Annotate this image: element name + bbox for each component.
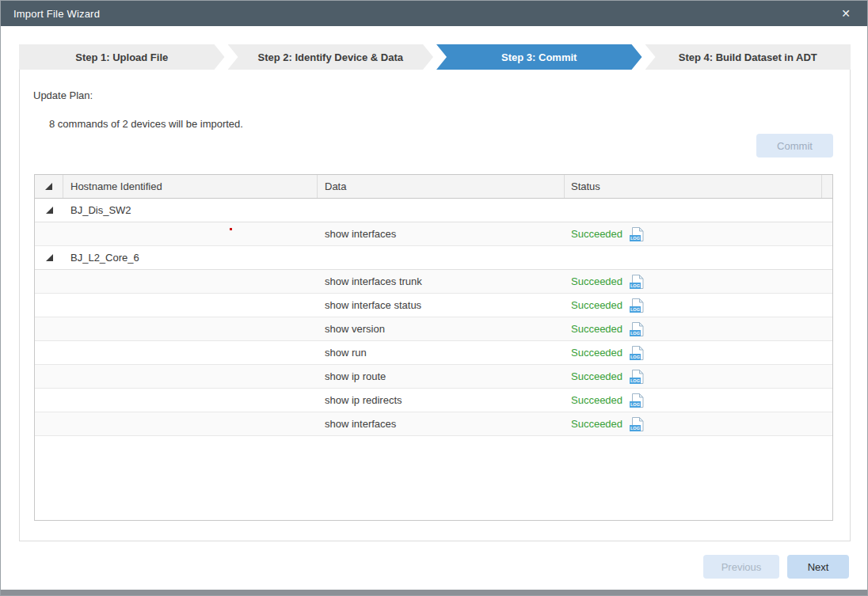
row-expander-cell[interactable] [35,199,63,222]
spacer-cell [822,317,833,340]
next-button[interactable]: Next [787,555,849,579]
status-text: Succeeded [571,418,622,430]
svg-text:LOG: LOG [630,378,640,383]
row-expander-cell [35,389,63,412]
log-icon-wrap[interactable]: LOG [630,226,645,242]
collapse-all-cell[interactable] [35,175,63,198]
table-row-command[interactable]: show interface statusSucceededLOG [35,294,832,317]
command-cell: show ip redirects [318,389,565,412]
table-row-command[interactable]: show runSucceededLOG [35,341,832,365]
header-status: Status [565,175,822,198]
table-row-command[interactable]: show interfacesSucceededLOG [35,222,832,246]
status-text: Succeeded [571,228,622,240]
commit-button[interactable]: Commit [756,134,833,158]
log-file-icon[interactable]: LOG [630,345,645,361]
table-row-command[interactable]: show ip routeSucceededLOG [35,365,832,389]
hostname-cell: BJ_L2_Core_6 [63,246,832,269]
spacer-cell [822,365,833,388]
row-expander-cell [35,317,63,340]
step-commit[interactable]: Step 3: Commit [436,44,642,70]
log-file-icon[interactable]: LOG [630,321,645,337]
log-file-icon[interactable]: LOG [630,274,645,290]
hostname-cell [63,341,318,364]
svg-text:LOG: LOG [630,283,640,288]
table-body: BJ_Dis_SW2show interfacesSucceededLOGBJ_… [35,199,832,436]
hostname-cell [63,365,318,388]
step-identify-device[interactable]: Step 2: Identify Device & Data [228,44,434,70]
log-icon-wrap[interactable]: LOG [630,416,645,432]
table-row-command[interactable]: show interfaces trunkSucceededLOG [35,270,832,294]
spacer-cell [822,341,833,364]
header-spacer [822,175,833,198]
hostname-cell [63,412,318,435]
status-cell: SucceededLOG [565,365,822,388]
log-file-icon[interactable]: LOG [630,369,645,385]
header-data: Data [318,175,565,198]
update-plan-heading: Update Plan: [33,89,850,101]
wizard-panel: Step 1: Upload File Step 2: Identify Dev… [19,44,851,541]
close-icon[interactable]: ✕ [837,7,855,20]
status-text: Succeeded [571,323,622,335]
log-icon-wrap[interactable]: LOG [630,393,645,408]
row-expander-cell [35,294,63,317]
svg-text:LOG: LOG [630,331,640,336]
log-icon-wrap[interactable]: LOG [630,345,645,361]
commit-row: Commit [20,134,833,158]
dialog-titlebar[interactable]: Import File Wizard ✕ [1,1,867,26]
table-row-group[interactable]: BJ_L2_Core_6 [35,246,832,270]
commands-grid: Hostname Identified Data Status BJ_Dis_S… [34,174,833,521]
row-expander-cell[interactable] [35,246,63,269]
status-cell: SucceededLOG [565,294,822,317]
log-file-icon[interactable]: LOG [630,416,645,432]
command-cell: show ip route [318,365,565,388]
table-row-command[interactable]: show versionSucceededLOG [35,317,832,341]
status-text: Succeeded [571,347,622,359]
hostname-cell [63,222,318,245]
grid-header-row: Hostname Identified Data Status [35,175,832,199]
svg-text:LOG: LOG [630,426,640,431]
row-expander-cell [35,222,63,245]
red-marker-dot [230,228,232,230]
svg-text:LOG: LOG [630,307,640,312]
status-cell: SucceededLOG [565,341,822,364]
row-expander-cell [35,365,63,388]
spacer-cell [822,412,833,435]
log-icon-wrap[interactable]: LOG [630,274,645,290]
window-bottom-edge [1,590,867,595]
log-file-icon[interactable]: LOG [630,298,645,313]
status-text: Succeeded [571,370,622,382]
collapse-icon[interactable] [46,254,53,261]
row-expander-cell [35,341,63,364]
collapse-icon[interactable] [46,207,53,214]
status-text: Succeeded [571,394,622,406]
status-cell: SucceededLOG [565,222,822,245]
spacer-cell [822,270,833,293]
svg-text:LOG: LOG [630,402,640,407]
log-icon-wrap[interactable]: LOG [630,298,645,313]
command-cell: show interface status [318,294,565,317]
import-file-wizard-window: { "window": { "title": "Import File Wiza… [0,0,868,596]
header-hostname: Hostname Identified [63,175,318,198]
table-row-group[interactable]: BJ_Dis_SW2 [35,199,832,222]
command-cell: show run [318,341,565,364]
spacer-cell [822,222,833,245]
log-file-icon[interactable]: LOG [630,393,645,408]
status-cell: SucceededLOG [565,317,822,340]
hostname-cell: BJ_Dis_SW2 [63,199,832,222]
status-cell: SucceededLOG [565,389,822,412]
previous-button[interactable]: Previous [703,555,779,579]
collapse-all-icon[interactable] [45,183,52,190]
spacer-cell [822,294,833,317]
log-icon-wrap[interactable]: LOG [630,321,645,337]
log-file-icon[interactable]: LOG [630,226,645,242]
table-row-command[interactable]: show interfacesSucceededLOG [35,412,832,436]
table-row-command[interactable]: show ip redirectsSucceededLOG [35,389,832,412]
step-build-dataset-adt[interactable]: Step 4: Build Dataset in ADT [645,44,851,70]
update-plan-summary: 8 commands of 2 devices will be imported… [49,118,850,130]
hostname-cell [63,294,318,317]
command-cell: show interfaces trunk [318,270,565,293]
row-expander-cell [35,270,63,293]
step-upload-file[interactable]: Step 1: Upload File [19,44,225,70]
log-icon-wrap[interactable]: LOG [630,369,645,385]
status-cell: SucceededLOG [565,412,822,435]
